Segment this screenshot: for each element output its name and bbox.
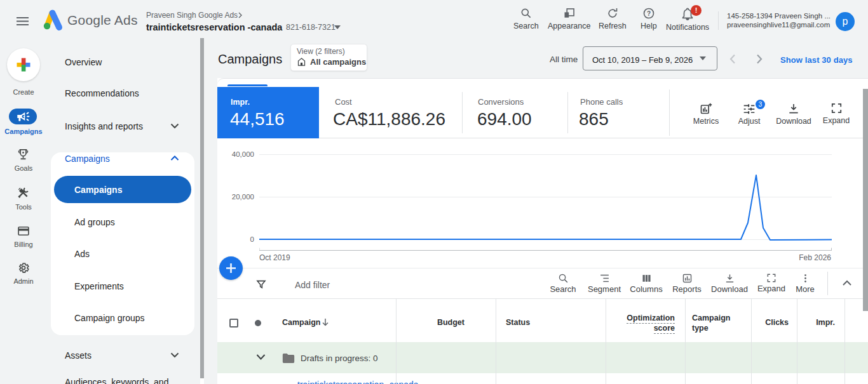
svg-text:?: ? — [647, 10, 651, 17]
